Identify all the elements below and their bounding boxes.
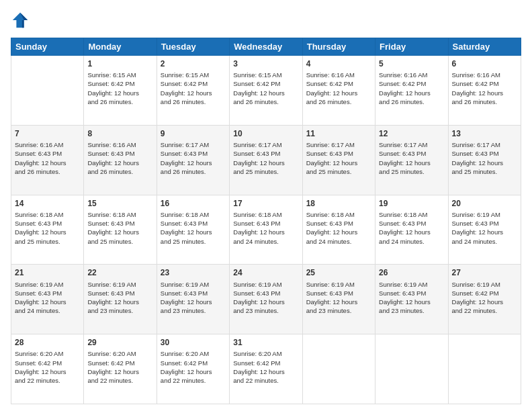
day-info: Sunrise: 6:19 AM Sunset: 6:43 PM Dayligh… xyxy=(87,280,152,316)
day-cell: 24Sunrise: 6:19 AM Sunset: 6:43 PM Dayli… xyxy=(230,265,302,334)
day-info: Sunrise: 6:19 AM Sunset: 6:43 PM Dayligh… xyxy=(306,280,371,316)
col-friday: Friday xyxy=(375,38,448,56)
day-cell xyxy=(375,334,448,404)
page: Sunday Monday Tuesday Wednesday Thursday… xyxy=(0,0,532,411)
day-info: Sunrise: 6:16 AM Sunset: 6:43 PM Dayligh… xyxy=(15,140,80,176)
day-info: Sunrise: 6:18 AM Sunset: 6:43 PM Dayligh… xyxy=(87,210,152,246)
day-cell: 10Sunrise: 6:17 AM Sunset: 6:43 PM Dayli… xyxy=(230,125,302,195)
day-cell: 17Sunrise: 6:18 AM Sunset: 6:43 PM Dayli… xyxy=(230,195,302,265)
day-number: 1 xyxy=(87,58,152,69)
day-cell: 11Sunrise: 6:17 AM Sunset: 6:43 PM Dayli… xyxy=(302,125,375,195)
day-number: 5 xyxy=(379,58,444,69)
day-number: 13 xyxy=(452,128,517,139)
day-info: Sunrise: 6:19 AM Sunset: 6:43 PM Dayligh… xyxy=(379,280,444,316)
day-number: 23 xyxy=(161,267,226,278)
week-row-4: 21Sunrise: 6:19 AM Sunset: 6:43 PM Dayli… xyxy=(11,265,521,334)
day-info: Sunrise: 6:18 AM Sunset: 6:43 PM Dayligh… xyxy=(306,210,371,246)
day-number: 29 xyxy=(87,337,152,348)
day-info: Sunrise: 6:16 AM Sunset: 6:42 PM Dayligh… xyxy=(452,71,517,106)
day-cell: 6Sunrise: 6:16 AM Sunset: 6:42 PM Daylig… xyxy=(448,56,521,126)
day-info: Sunrise: 6:18 AM Sunset: 6:43 PM Dayligh… xyxy=(161,210,226,246)
day-number: 22 xyxy=(87,267,152,278)
day-number: 15 xyxy=(87,198,152,209)
day-cell: 8Sunrise: 6:16 AM Sunset: 6:43 PM Daylig… xyxy=(84,125,157,195)
header xyxy=(11,11,521,32)
day-info: Sunrise: 6:16 AM Sunset: 6:42 PM Dayligh… xyxy=(306,71,371,106)
day-info: Sunrise: 6:17 AM Sunset: 6:43 PM Dayligh… xyxy=(161,140,226,176)
day-cell: 25Sunrise: 6:19 AM Sunset: 6:43 PM Dayli… xyxy=(302,265,375,334)
day-number: 30 xyxy=(161,337,226,348)
day-info: Sunrise: 6:19 AM Sunset: 6:42 PM Dayligh… xyxy=(452,280,517,316)
day-number: 21 xyxy=(15,267,80,278)
day-cell: 14Sunrise: 6:18 AM Sunset: 6:43 PM Dayli… xyxy=(11,195,84,265)
day-info: Sunrise: 6:18 AM Sunset: 6:43 PM Dayligh… xyxy=(15,210,80,246)
week-row-5: 28Sunrise: 6:20 AM Sunset: 6:42 PM Dayli… xyxy=(11,334,521,404)
day-cell: 22Sunrise: 6:19 AM Sunset: 6:43 PM Dayli… xyxy=(84,265,157,334)
day-cell: 20Sunrise: 6:19 AM Sunset: 6:43 PM Dayli… xyxy=(448,195,521,265)
day-cell: 30Sunrise: 6:20 AM Sunset: 6:42 PM Dayli… xyxy=(157,334,229,404)
day-number: 24 xyxy=(233,267,298,278)
day-cell: 1Sunrise: 6:15 AM Sunset: 6:42 PM Daylig… xyxy=(84,56,157,126)
day-number: 27 xyxy=(452,267,517,278)
day-number: 8 xyxy=(87,128,152,139)
day-number: 31 xyxy=(233,337,298,348)
logo xyxy=(11,11,32,32)
day-cell: 26Sunrise: 6:19 AM Sunset: 6:43 PM Dayli… xyxy=(375,265,448,334)
day-cell: 31Sunrise: 6:20 AM Sunset: 6:42 PM Dayli… xyxy=(230,334,302,404)
day-info: Sunrise: 6:20 AM Sunset: 6:42 PM Dayligh… xyxy=(15,349,80,385)
day-cell: 16Sunrise: 6:18 AM Sunset: 6:43 PM Dayli… xyxy=(157,195,229,265)
day-info: Sunrise: 6:19 AM Sunset: 6:43 PM Dayligh… xyxy=(161,280,226,316)
day-info: Sunrise: 6:20 AM Sunset: 6:42 PM Dayligh… xyxy=(87,349,152,385)
day-cell xyxy=(11,56,84,126)
day-cell xyxy=(448,334,521,404)
day-info: Sunrise: 6:19 AM Sunset: 6:43 PM Dayligh… xyxy=(15,280,80,316)
day-cell: 23Sunrise: 6:19 AM Sunset: 6:43 PM Dayli… xyxy=(157,265,229,334)
day-info: Sunrise: 6:20 AM Sunset: 6:42 PM Dayligh… xyxy=(161,349,226,385)
day-cell: 7Sunrise: 6:16 AM Sunset: 6:43 PM Daylig… xyxy=(11,125,84,195)
day-cell: 3Sunrise: 6:15 AM Sunset: 6:42 PM Daylig… xyxy=(230,56,302,126)
logo-icon xyxy=(11,11,30,30)
day-info: Sunrise: 6:15 AM Sunset: 6:42 PM Dayligh… xyxy=(233,71,298,106)
day-info: Sunrise: 6:15 AM Sunset: 6:42 PM Dayligh… xyxy=(161,71,226,106)
day-number: 16 xyxy=(161,198,226,209)
col-saturday: Saturday xyxy=(448,38,521,56)
day-cell: 13Sunrise: 6:17 AM Sunset: 6:43 PM Dayli… xyxy=(448,125,521,195)
col-monday: Monday xyxy=(84,38,157,56)
day-number: 7 xyxy=(15,128,80,139)
day-number: 17 xyxy=(233,198,298,209)
day-info: Sunrise: 6:17 AM Sunset: 6:43 PM Dayligh… xyxy=(452,140,517,176)
day-number: 2 xyxy=(161,58,226,69)
col-wednesday: Wednesday xyxy=(230,38,302,56)
col-tuesday: Tuesday xyxy=(157,38,229,56)
day-info: Sunrise: 6:19 AM Sunset: 6:43 PM Dayligh… xyxy=(233,280,298,316)
day-number: 10 xyxy=(233,128,298,139)
week-row-2: 7Sunrise: 6:16 AM Sunset: 6:43 PM Daylig… xyxy=(11,125,521,195)
day-number: 14 xyxy=(15,198,80,209)
day-cell: 18Sunrise: 6:18 AM Sunset: 6:43 PM Dayli… xyxy=(302,195,375,265)
day-info: Sunrise: 6:16 AM Sunset: 6:42 PM Dayligh… xyxy=(379,71,444,106)
col-sunday: Sunday xyxy=(11,38,84,56)
day-cell xyxy=(302,334,375,404)
calendar-table: Sunday Monday Tuesday Wednesday Thursday… xyxy=(11,38,521,404)
day-cell: 12Sunrise: 6:17 AM Sunset: 6:43 PM Dayli… xyxy=(375,125,448,195)
day-number: 20 xyxy=(452,198,517,209)
day-cell: 29Sunrise: 6:20 AM Sunset: 6:42 PM Dayli… xyxy=(84,334,157,404)
day-number: 26 xyxy=(379,267,444,278)
day-info: Sunrise: 6:15 AM Sunset: 6:42 PM Dayligh… xyxy=(87,71,152,106)
day-number: 25 xyxy=(306,267,371,278)
day-info: Sunrise: 6:17 AM Sunset: 6:43 PM Dayligh… xyxy=(233,140,298,176)
day-cell: 2Sunrise: 6:15 AM Sunset: 6:42 PM Daylig… xyxy=(157,56,229,126)
day-cell: 28Sunrise: 6:20 AM Sunset: 6:42 PM Dayli… xyxy=(11,334,84,404)
day-info: Sunrise: 6:16 AM Sunset: 6:43 PM Dayligh… xyxy=(87,140,152,176)
day-number: 28 xyxy=(15,337,80,348)
day-info: Sunrise: 6:19 AM Sunset: 6:43 PM Dayligh… xyxy=(452,210,517,246)
day-number: 9 xyxy=(161,128,226,139)
day-cell: 21Sunrise: 6:19 AM Sunset: 6:43 PM Dayli… xyxy=(11,265,84,334)
col-thursday: Thursday xyxy=(302,38,375,56)
week-row-3: 14Sunrise: 6:18 AM Sunset: 6:43 PM Dayli… xyxy=(11,195,521,265)
day-cell: 4Sunrise: 6:16 AM Sunset: 6:42 PM Daylig… xyxy=(302,56,375,126)
day-number: 12 xyxy=(379,128,444,139)
day-info: Sunrise: 6:18 AM Sunset: 6:43 PM Dayligh… xyxy=(233,210,298,246)
day-info: Sunrise: 6:20 AM Sunset: 6:42 PM Dayligh… xyxy=(233,349,298,385)
day-info: Sunrise: 6:17 AM Sunset: 6:43 PM Dayligh… xyxy=(379,140,444,176)
